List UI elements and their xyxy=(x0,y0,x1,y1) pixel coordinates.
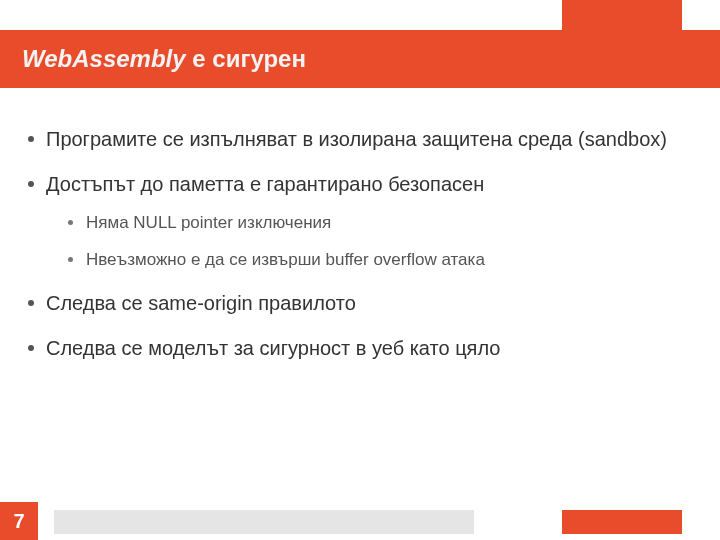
title-emphasis: WebAssembly xyxy=(22,45,186,72)
page-number: 7 xyxy=(0,502,38,540)
bullet-text: Достъпът до паметта е гарантирано безопа… xyxy=(46,173,484,195)
sub-bullet-text: Нвеъзможно е да се извърши buffer overfl… xyxy=(86,250,485,269)
list-item: Следва се моделът за сигурност в уеб кат… xyxy=(24,335,696,362)
slide-title: WebAssembly е сигурен xyxy=(22,45,306,73)
list-item: Следва се same-origin правилото xyxy=(24,290,696,317)
list-item: Няма NULL pointer изключения xyxy=(64,212,696,235)
title-rest: е сигурен xyxy=(186,45,306,72)
list-item: Програмите се изпълняват в изолирана защ… xyxy=(24,126,696,153)
footer-red-bar xyxy=(562,510,682,534)
footer-gray-bar xyxy=(54,510,474,534)
list-item: Достъпът до паметта е гарантирано безопа… xyxy=(24,171,696,272)
bullet-text: Програмите се изпълняват в изолирана защ… xyxy=(46,128,667,150)
top-accent-block xyxy=(562,0,682,30)
bullet-text: Следва се моделът за сигурност в уеб кат… xyxy=(46,337,500,359)
slide-content: Програмите се изпълняват в изолирана защ… xyxy=(24,108,696,362)
list-item: Нвеъзможно е да се извърши buffer overfl… xyxy=(64,249,696,272)
bullet-list: Програмите се изпълняват в изолирана защ… xyxy=(24,126,696,362)
slide-footer: 7 xyxy=(0,502,720,540)
title-bar: WebAssembly е сигурен xyxy=(0,30,720,88)
sub-bullet-text: Няма NULL pointer изключения xyxy=(86,213,331,232)
bullet-text: Следва се same-origin правилото xyxy=(46,292,356,314)
sub-bullet-list: Няма NULL pointer изключения Нвеъзможно … xyxy=(46,212,696,272)
